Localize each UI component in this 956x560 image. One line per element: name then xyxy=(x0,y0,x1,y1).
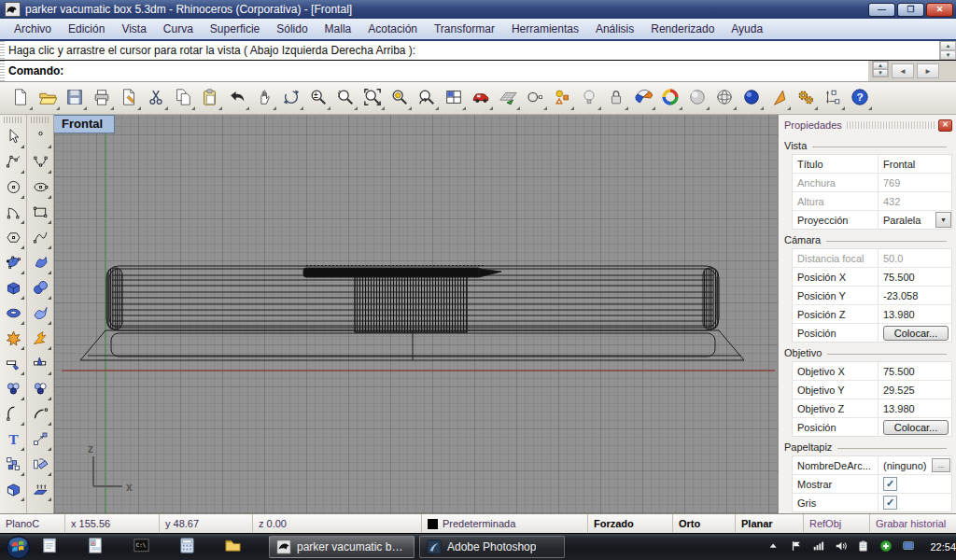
properties-grip[interactable] xyxy=(847,121,935,129)
volume-tray-button[interactable] xyxy=(835,539,848,555)
surface-points-button[interactable] xyxy=(1,251,25,276)
calculator-quicklaunch-button[interactable] xyxy=(176,536,197,558)
command-grip[interactable] xyxy=(0,41,5,60)
lock-button[interactable] xyxy=(602,85,629,111)
prop-value-text[interactable]: -23.058 xyxy=(883,290,918,301)
group-button[interactable] xyxy=(1,377,25,402)
menu-item-transformar[interactable]: Transformar xyxy=(426,21,503,37)
extrude-button[interactable] xyxy=(28,478,52,503)
colocar-button[interactable]: Colocar... xyxy=(883,326,949,341)
undo-button[interactable] xyxy=(223,85,250,111)
analyze-button[interactable] xyxy=(629,85,656,111)
arc-button[interactable] xyxy=(1,201,25,226)
wordpad-quicklaunch-button[interactable]: A xyxy=(85,536,105,558)
side-toolbar-grip[interactable] xyxy=(31,117,49,123)
start-button[interactable] xyxy=(0,534,32,560)
extend-button[interactable] xyxy=(28,402,52,427)
interp-curve-button[interactable] xyxy=(28,150,52,175)
zoom-extents-button[interactable] xyxy=(358,85,386,111)
cplane-button[interactable] xyxy=(494,85,521,111)
zoom-back-button[interactable] xyxy=(413,85,440,111)
menu-item-archivo[interactable]: Archivo xyxy=(6,21,60,37)
command-input[interactable] xyxy=(67,63,868,78)
circle-button[interactable] xyxy=(1,175,25,201)
menu-item-ayuda[interactable]: Ayuda xyxy=(723,21,771,37)
new-document-button[interactable] xyxy=(7,85,34,111)
cut-button[interactable] xyxy=(142,85,169,111)
scroll-down-button[interactable]: ▼ xyxy=(940,50,956,60)
point-button[interactable] xyxy=(28,125,52,150)
shaded-view-button[interactable] xyxy=(683,85,710,111)
menu-item-acotacion[interactable]: Acotación xyxy=(359,21,426,37)
trim-button[interactable] xyxy=(1,352,25,377)
prop-value-text[interactable]: 13.980 xyxy=(883,309,915,320)
zoom-selected-button[interactable] xyxy=(386,85,413,111)
menu-item-herramientas[interactable]: Herramientas xyxy=(503,21,587,37)
freeform-curve-button[interactable] xyxy=(28,226,52,251)
rotate-button[interactable] xyxy=(28,453,52,478)
rotate-view-button[interactable] xyxy=(277,85,304,111)
pan-button[interactable] xyxy=(250,85,277,111)
action-flag-tray-button[interactable] xyxy=(790,539,803,555)
restore-button[interactable]: ❐ xyxy=(897,3,924,17)
command-prompt-grip[interactable] xyxy=(0,61,5,81)
car-button[interactable] xyxy=(467,85,494,111)
dimension-button[interactable] xyxy=(819,85,846,111)
explorer-quicklaunch-button[interactable] xyxy=(222,536,243,558)
lightbulb-button[interactable] xyxy=(575,85,602,111)
minimize-button[interactable]: — xyxy=(868,3,895,17)
group-alt-button[interactable] xyxy=(28,377,52,402)
render-button[interactable] xyxy=(738,85,765,111)
menu-item-superficie[interactable]: Superficie xyxy=(202,21,268,37)
prop-value-text[interactable]: Frontal xyxy=(883,159,915,170)
copy-button[interactable] xyxy=(169,85,196,111)
move-button[interactable] xyxy=(28,427,52,453)
menu-item-vista[interactable]: Vista xyxy=(113,21,154,37)
solid-box-button[interactable] xyxy=(1,478,25,503)
patch-button[interactable] xyxy=(28,301,52,327)
close-button[interactable]: ✕ xyxy=(926,3,953,17)
browse-button[interactable]: ... xyxy=(932,458,950,472)
cmd-quicklaunch-button[interactable]: C:\ xyxy=(131,536,151,558)
viewport-tab[interactable]: Frontal xyxy=(54,115,115,133)
blocks-button[interactable] xyxy=(1,453,25,478)
polygon-button[interactable] xyxy=(1,226,25,251)
checkbox-gris[interactable]: ✓ xyxy=(883,496,897,510)
prompt-down-button[interactable]: ▼ xyxy=(873,69,888,77)
open-file-button[interactable] xyxy=(34,85,61,111)
boolean-star-button[interactable] xyxy=(1,327,25,352)
zoom-dynamic-button[interactable]: ± xyxy=(304,85,331,111)
checkbox-mostrar[interactable]: ✓ xyxy=(883,477,897,491)
menu-item-edicion[interactable]: Edición xyxy=(60,21,113,37)
surface-curved-button[interactable] xyxy=(28,251,52,276)
ellipse-button[interactable] xyxy=(28,175,52,201)
save-button[interactable] xyxy=(61,85,88,111)
viewport-layout-button[interactable] xyxy=(440,85,467,111)
network-tray-button[interactable] xyxy=(812,539,825,555)
osnap-button[interactable] xyxy=(521,85,548,111)
polyline-button[interactable] xyxy=(1,150,25,175)
text-button[interactable]: T xyxy=(1,427,25,453)
split-button[interactable] xyxy=(28,352,52,377)
viewport-frontal[interactable]: Frontal xyxy=(54,115,778,513)
side-toolbar-grip[interactable] xyxy=(4,117,22,123)
flag-button[interactable] xyxy=(765,85,792,111)
task-adobe-photoshop[interactable]: Adobe Photoshop xyxy=(419,536,565,558)
menu-item-solido[interactable]: Sólido xyxy=(268,21,316,37)
menu-item-analisis[interactable]: Análisis xyxy=(587,21,642,37)
colocar-button[interactable]: Colocar... xyxy=(883,420,949,435)
prompt-up-button[interactable]: ▲ xyxy=(873,62,888,69)
task-parker-vacumatic-bo[interactable]: parker vacumatic bo... xyxy=(269,536,415,558)
rectangle-button[interactable] xyxy=(28,201,52,226)
fillet-button[interactable] xyxy=(1,402,25,427)
tray-expand-tray-button[interactable] xyxy=(767,539,780,555)
scroll-left-button[interactable]: ◄ xyxy=(892,63,914,78)
color-wheel-button[interactable] xyxy=(656,85,683,111)
clipboard-tray-button[interactable] xyxy=(857,539,870,555)
export-button[interactable] xyxy=(115,85,142,111)
options-gears-button[interactable] xyxy=(792,85,819,111)
status-grabar-historial[interactable]: Grabar historial xyxy=(870,514,956,533)
scroll-right-button[interactable]: ► xyxy=(917,63,939,78)
menu-item-curva[interactable]: Curva xyxy=(155,21,202,37)
properties-close-button[interactable]: ✕ xyxy=(938,119,952,132)
